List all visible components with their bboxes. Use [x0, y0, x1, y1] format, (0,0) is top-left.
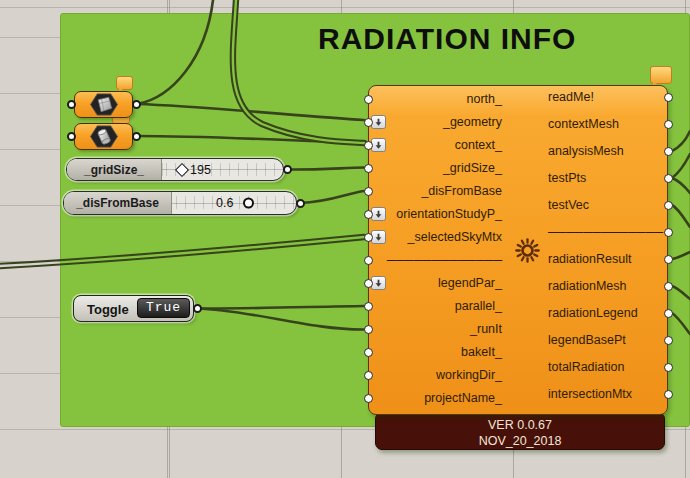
param-output-port[interactable]	[132, 100, 141, 109]
sun-icon	[514, 237, 541, 264]
param-tab-icon[interactable]	[116, 76, 133, 90]
output-label-testvec: testVec	[548, 197, 663, 213]
slider-grip[interactable]	[175, 162, 189, 176]
param-input-port[interactable]	[67, 132, 76, 141]
slider-track[interactable]: 195	[162, 159, 283, 180]
boolean-toggle[interactable]: Toggle True	[73, 295, 194, 322]
input-port-projectname[interactable]	[364, 394, 373, 403]
output-label-radiationlegend: radiationLegend	[548, 305, 663, 321]
slider-value: 195	[190, 163, 211, 177]
down-arrow-icon[interactable]	[371, 207, 386, 221]
gridsize-slider[interactable]: _gridSize_ 195	[66, 158, 284, 181]
output-port-divider[interactable]	[664, 228, 673, 237]
slider-label: _gridSize_	[67, 159, 162, 180]
brep-param-component[interactable]	[74, 91, 133, 118]
input-port-gridsize[interactable]	[364, 164, 373, 173]
slider-output-port[interactable]	[296, 199, 305, 208]
input-label-runit: _runIt	[380, 321, 502, 337]
input-port-geometry[interactable]	[364, 118, 373, 127]
input-label-bakeit: bakeIt_	[380, 344, 502, 360]
down-arrow-icon[interactable]	[371, 138, 386, 152]
output-port-radiationresult[interactable]	[664, 255, 673, 264]
input-port-north[interactable]	[364, 95, 373, 104]
output-port-radiationmesh[interactable]	[664, 282, 673, 291]
grasshopper-canvas[interactable]: RADIATION INFO _gridSize_ 19	[0, 0, 690, 478]
output-port-legendbasept[interactable]	[664, 336, 673, 345]
output-port-radiationlegend[interactable]	[664, 309, 673, 318]
output-label-intersectionmtx: intersectionMtx	[548, 386, 663, 402]
param-output-port[interactable]	[132, 132, 141, 141]
input-label-selectedskymtx: _selectedSkyMtx	[380, 229, 502, 245]
brep-icon	[89, 92, 119, 117]
output-port-readme[interactable]	[664, 93, 673, 102]
output-divider: ─────────────	[548, 224, 663, 240]
date-text: NOV_20_2018	[376, 433, 664, 449]
output-port-analysismesh[interactable]	[664, 147, 673, 156]
input-label-disfrombase: _disFromBase	[380, 183, 502, 199]
slider-output-port[interactable]	[283, 165, 292, 174]
output-label-radiationresult: radiationResult	[548, 251, 663, 267]
output-port-testpts[interactable]	[664, 174, 673, 183]
output-label-legendbasept: legendBasePt	[548, 332, 663, 348]
version-text: VER 0.0.67	[376, 417, 664, 433]
slider-track[interactable]: 0.6	[172, 192, 296, 214]
input-label-projectname: projectName_	[380, 390, 502, 406]
input-port-selectedskymtx[interactable]	[364, 233, 373, 242]
geometry-param-component[interactable]	[74, 123, 133, 150]
toggle-label: Toggle	[87, 301, 129, 316]
input-port-runit[interactable]	[364, 325, 373, 334]
version-footer: VER 0.0.67 NOV_20_2018	[375, 412, 665, 450]
input-port-divider[interactable]	[364, 256, 373, 265]
input-port-parallel[interactable]	[364, 302, 373, 311]
input-label-geometry: _geometry	[380, 114, 502, 130]
output-port-intersectionmtx[interactable]	[664, 390, 673, 399]
output-label-readme: readMe!	[548, 89, 663, 105]
input-divider: ─────────────	[380, 252, 502, 268]
output-label-analysismesh: analysisMesh	[548, 143, 663, 159]
down-arrow-icon[interactable]	[371, 115, 386, 129]
disfrombase-slider[interactable]: _disFromBase 0.6	[63, 191, 297, 215]
toggle-value[interactable]: True	[137, 298, 190, 318]
output-label-testpts: testPts	[548, 170, 663, 186]
component-tab-icon[interactable]	[650, 66, 672, 84]
input-port-orientationstudy[interactable]	[364, 210, 373, 219]
output-port-testvec[interactable]	[664, 201, 673, 210]
input-label-gridsize: _gridSize_	[380, 160, 502, 176]
slider-grip[interactable]	[243, 198, 254, 209]
input-label-north: north_	[380, 91, 502, 107]
group-title: RADIATION INFO	[318, 22, 576, 56]
input-label-workingdir: workingDir_	[380, 367, 502, 383]
input-port-legendpar[interactable]	[364, 279, 373, 288]
input-port-bakeit[interactable]	[364, 348, 373, 357]
param-input-port[interactable]	[67, 100, 76, 109]
input-label-orientationstudy: orientationStudyP_	[380, 206, 502, 222]
toggle-output-port[interactable]	[193, 304, 202, 313]
input-label-legendpar: legendPar_	[380, 275, 502, 291]
input-port-context[interactable]	[364, 141, 373, 150]
slider-value: 0.6	[216, 196, 233, 210]
geometry-icon	[89, 124, 119, 149]
input-port-disfrombase[interactable]	[364, 187, 373, 196]
down-arrow-icon[interactable]	[371, 230, 386, 244]
output-port-contextmesh[interactable]	[664, 120, 673, 129]
input-port-workingdir[interactable]	[364, 371, 373, 380]
input-label-context: context_	[380, 137, 502, 153]
input-label-parallel: parallel_	[380, 298, 502, 314]
output-port-totalradiation[interactable]	[664, 363, 673, 372]
slider-label: _disFromBase	[64, 192, 172, 214]
output-label-totalradiation: totalRadiation	[548, 359, 663, 375]
output-label-radiationmesh: radiationMesh	[548, 278, 663, 294]
output-label-contextmesh: contextMesh	[548, 116, 663, 132]
down-arrow-icon[interactable]	[371, 276, 386, 290]
